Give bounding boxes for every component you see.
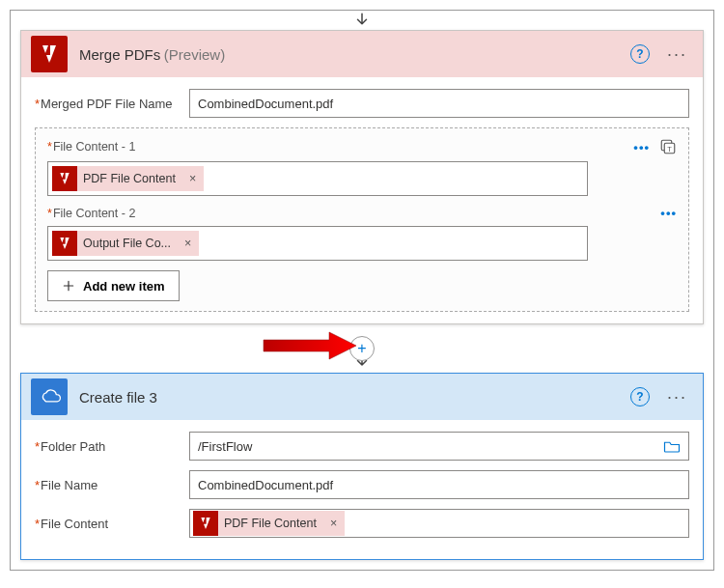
required-marker: *	[47, 140, 52, 154]
plus-icon	[62, 279, 75, 293]
adobe-token-icon	[52, 231, 77, 256]
field-file-content: *File Content PDF File Content ×	[35, 509, 689, 538]
adobe-logo-icon	[31, 36, 68, 72]
onedrive-logo-icon	[31, 378, 68, 415]
token-output-file-content[interactable]: Output File Co... ×	[52, 231, 199, 256]
merge-title-text: Merge PDFs	[79, 46, 160, 63]
folder-path-label-text: Folder Path	[41, 439, 105, 454]
flow-canvas: Merge PDFs (Preview) ? ··· *Merged PDF F…	[10, 10, 714, 571]
merge-preview-tag: (Preview)	[164, 46, 225, 63]
arrow-down-icon	[353, 12, 371, 29]
required-marker: *	[47, 207, 52, 220]
field-merged-filename: *Merged PDF File Name CombinedDocument.p…	[35, 89, 689, 118]
file-name-value: CombinedDocument.pdf	[198, 478, 333, 492]
dynamic-content-picker-icon[interactable]: T	[659, 138, 677, 155]
folder-path-label: *Folder Path	[35, 439, 180, 454]
card-merge-pdfs: Merge PDFs (Preview) ? ··· *Merged PDF F…	[20, 30, 704, 324]
required-marker: *	[35, 517, 40, 531]
merged-filename-label: *Merged PDF File Name	[35, 97, 180, 111]
token-3-text: PDF File Content	[224, 517, 322, 530]
adobe-token-icon	[52, 166, 77, 191]
item-1-more-icon[interactable]: •••	[633, 140, 650, 154]
callout-arrow-icon	[262, 326, 358, 365]
file-content-label: *File Content	[35, 517, 180, 531]
create-file-title: Create file 3	[79, 389, 157, 406]
card-header-merge[interactable]: Merge PDFs (Preview) ? ···	[21, 31, 703, 77]
adobe-token-icon	[193, 511, 218, 536]
merged-filename-input[interactable]: CombinedDocument.pdf	[189, 89, 689, 118]
file-content-label-text: File Content	[41, 517, 108, 531]
card-header-create-file[interactable]: Create file 3 ? ···	[21, 374, 703, 420]
file-content-2-input[interactable]: Output File Co... ×	[47, 226, 588, 261]
file-content-2-label: *File Content - 2	[47, 207, 135, 220]
svg-text:T: T	[667, 145, 672, 154]
required-marker: *	[35, 439, 40, 454]
more-icon[interactable]: ···	[661, 44, 693, 65]
file-name-label: *File Name	[35, 478, 180, 492]
card-title-merge: Merge PDFs (Preview)	[79, 46, 225, 63]
field-folder-path: *Folder Path /FirstFlow	[35, 432, 689, 461]
field-file-name: *File Name CombinedDocument.pdf	[35, 470, 689, 499]
required-marker: *	[35, 478, 40, 492]
file-content-array: *File Content - 1 ••• T	[35, 127, 689, 312]
array-item-1: *File Content - 1 ••• T	[47, 138, 677, 196]
token-2-remove[interactable]: ×	[177, 237, 199, 250]
more-icon[interactable]: ···	[661, 387, 693, 407]
help-icon[interactable]: ?	[630, 387, 650, 406]
item-2-more-icon[interactable]: •••	[660, 206, 677, 220]
array-item-2: *File Content - 2 ••• Output File Co...	[47, 206, 677, 261]
add-new-item-label: Add new item	[83, 279, 165, 294]
card-body-merge: *Merged PDF File Name CombinedDocument.p…	[21, 77, 703, 323]
folder-path-value: /FirstFlow	[198, 439, 252, 454]
folder-picker-icon[interactable]	[663, 439, 681, 453]
connector-middle: +	[11, 324, 713, 373]
add-new-item-button[interactable]: Add new item	[47, 270, 180, 301]
folder-path-input[interactable]: /FirstFlow	[189, 432, 689, 461]
token-1-remove[interactable]: ×	[181, 172, 204, 185]
file-content-input[interactable]: PDF File Content ×	[189, 509, 689, 538]
card-create-file: Create file 3 ? ··· *Folder Path /FirstF…	[20, 373, 704, 560]
merged-filename-label-text: Merged PDF File Name	[41, 97, 173, 111]
token-2-text: Output File Co...	[83, 237, 177, 250]
connector-top	[11, 11, 713, 30]
token-3-remove[interactable]: ×	[322, 517, 345, 530]
merged-filename-value: CombinedDocument.pdf	[198, 97, 333, 111]
required-marker: *	[35, 97, 40, 111]
file-content-1-label: *File Content - 1	[47, 140, 135, 154]
help-icon[interactable]: ?	[630, 44, 650, 64]
token-1-text: PDF File Content	[83, 172, 181, 185]
file-content-2-label-text: File Content - 2	[53, 207, 135, 220]
token-pdf-file-content-3[interactable]: PDF File Content ×	[193, 511, 345, 536]
file-name-label-text: File Name	[41, 478, 97, 492]
file-content-1-label-text: File Content - 1	[53, 140, 135, 154]
card-body-create-file: *Folder Path /FirstFlow *File Name Combi…	[21, 420, 703, 559]
token-pdf-file-content-1[interactable]: PDF File Content ×	[52, 166, 204, 191]
file-content-1-input[interactable]: PDF File Content ×	[47, 161, 588, 196]
file-name-input[interactable]: CombinedDocument.pdf	[189, 470, 689, 499]
